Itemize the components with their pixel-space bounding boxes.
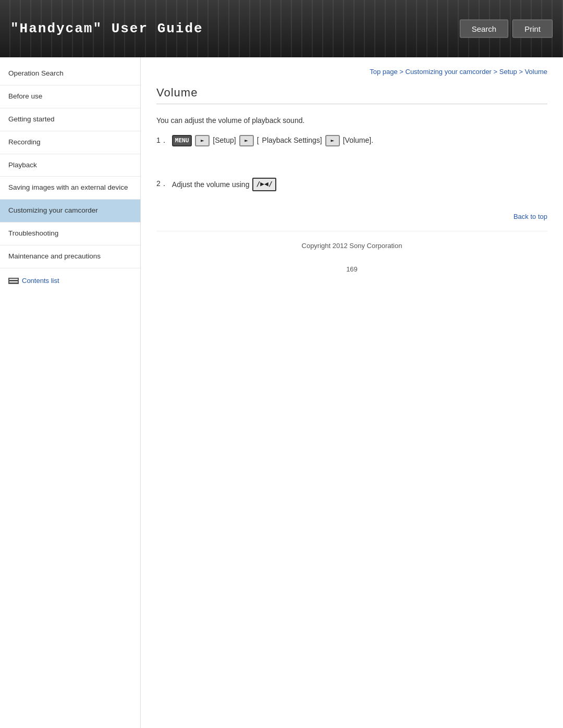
step-1: 1． MENU ► [Setup] ► [ Playback Settings]…: [156, 134, 547, 146]
sidebar-item-troubleshooting[interactable]: Troubleshooting: [0, 223, 140, 245]
breadcrumb-sep3: >: [519, 68, 524, 76]
app-title: "Handycam" User Guide: [10, 21, 203, 36]
main-container: Operation Search Before use Getting star…: [0, 57, 563, 728]
back-to-top: Back to top: [156, 207, 547, 220]
breadcrumb-sep1: >: [399, 68, 405, 76]
page-title: Volume: [156, 86, 547, 104]
step-2-text: Adjust the volume using: [172, 179, 250, 190]
sidebar: Operation Search Before use Getting star…: [0, 57, 141, 728]
breadcrumb-sep2: >: [494, 68, 499, 76]
back-to-top-link[interactable]: Back to top: [513, 213, 547, 220]
breadcrumb-volume[interactable]: Volume: [525, 68, 547, 76]
contents-list-icon: [8, 278, 19, 284]
breadcrumb-top-page[interactable]: Top page: [370, 68, 398, 76]
page-number: 169: [156, 260, 547, 278]
sidebar-item-maintenance[interactable]: Maintenance and precautions: [0, 245, 140, 268]
menu-icon: MENU: [172, 135, 192, 146]
playback-settings-label: Playback Settings]: [262, 134, 322, 146]
sidebar-footer: Contents list: [0, 270, 140, 291]
step-2-content: Adjust the volume using /▶◀/: [172, 178, 276, 191]
volume-control-icon: /▶◀/: [252, 178, 276, 191]
bracket-open: [: [257, 134, 259, 146]
breadcrumb-setup[interactable]: Setup: [499, 68, 517, 76]
sidebar-item-recording[interactable]: Recording: [0, 131, 140, 154]
sidebar-item-operation-search[interactable]: Operation Search: [0, 63, 140, 85]
print-button[interactable]: Print: [512, 20, 553, 38]
sidebar-item-customizing[interactable]: Customizing your camcorder: [0, 200, 140, 223]
sidebar-item-getting-started[interactable]: Getting started: [0, 108, 140, 131]
arrow-icon-2: ►: [239, 135, 254, 146]
volume-label: [Volume].: [343, 134, 373, 146]
step-1-number: 1．: [156, 134, 168, 146]
page-header: "Handycam" User Guide Search Print: [0, 0, 563, 57]
content-area: Top page > Customizing your camcorder > …: [141, 57, 563, 728]
arrow-icon-3: ►: [325, 135, 340, 146]
step-1-content: MENU ► [Setup] ► [ Playback Settings] ► …: [172, 134, 373, 146]
step-2-number: 2．: [156, 178, 168, 189]
sidebar-item-saving-images[interactable]: Saving images with an external device: [0, 177, 140, 200]
copyright-text: Copyright 2012 Sony Corporation: [302, 242, 402, 250]
intro-text: You can adjust the volume of playback so…: [156, 115, 547, 126]
breadcrumb: Top page > Customizing your camcorder > …: [156, 68, 547, 76]
sidebar-item-playback[interactable]: Playback: [0, 154, 140, 177]
step-2: 2． Adjust the volume using /▶◀/: [156, 178, 547, 191]
page-footer: Copyright 2012 Sony Corporation: [156, 231, 547, 260]
contents-list-link[interactable]: Contents list: [22, 277, 59, 285]
breadcrumb-customizing[interactable]: Customizing your camcorder: [406, 68, 492, 76]
setup-label: [Setup]: [213, 134, 236, 146]
arrow-icon-1: ►: [195, 135, 210, 146]
content-body: You can adjust the volume of playback so…: [156, 115, 547, 191]
sidebar-item-before-use[interactable]: Before use: [0, 85, 140, 108]
header-buttons: Search Print: [460, 20, 553, 38]
search-button[interactable]: Search: [460, 20, 509, 38]
